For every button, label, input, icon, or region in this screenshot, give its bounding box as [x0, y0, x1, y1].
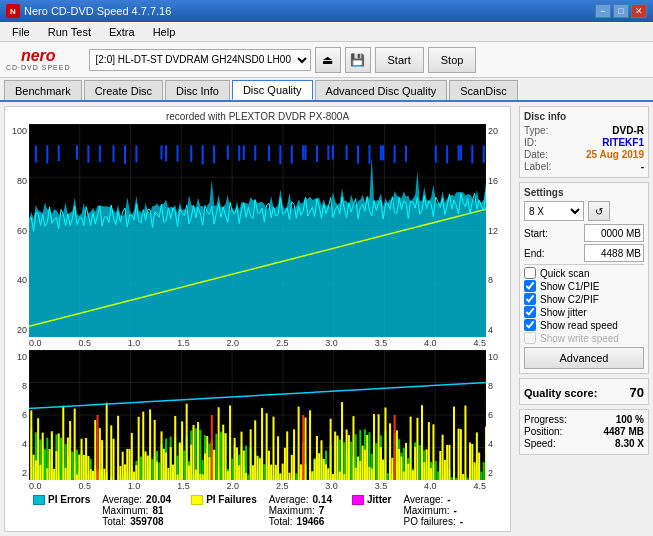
refresh-button[interactable]: ↺ — [588, 201, 610, 221]
show-write-speed-label: Show write speed — [540, 333, 619, 344]
tab-advanced-disc-quality[interactable]: Advanced Disc Quality — [315, 80, 448, 100]
app-icon: N — [6, 4, 20, 18]
right-panel: Disc info Type: DVD-R ID: RITEKF1 Date: … — [515, 102, 653, 536]
jitter-avg-value: - — [447, 494, 450, 505]
start-button[interactable]: Start — [375, 47, 424, 73]
show-jitter-label: Show jitter — [540, 307, 587, 318]
lower-chart-canvas — [29, 350, 486, 480]
maximize-button[interactable]: □ — [613, 4, 629, 18]
tab-disc-quality[interactable]: Disc Quality — [232, 80, 313, 100]
pi-failures-max-value: 7 — [319, 505, 325, 516]
disc-info-section: Disc info Type: DVD-R ID: RITEKF1 Date: … — [519, 106, 649, 178]
upper-chart-canvas — [29, 124, 486, 337]
pi-errors-stats: Average:20.04 Maximum:81 Total:359708 — [102, 494, 171, 527]
menu-extra[interactable]: Extra — [101, 24, 143, 40]
show-c1pie-checkbox[interactable] — [524, 280, 536, 292]
legend-jitter: Jitter — [352, 494, 391, 505]
legend-jitter-label: Jitter — [367, 494, 391, 505]
eject-button[interactable]: ⏏ — [315, 47, 341, 73]
speed-select[interactable]: 8 X 4 X 2 X Max — [524, 201, 584, 221]
start-input-row: Start: — [524, 224, 644, 242]
end-input-row: End: — [524, 244, 644, 262]
po-failures-label: PO failures: — [403, 516, 455, 527]
speed-row: 8 X 4 X 2 X Max ↺ — [524, 201, 644, 221]
jitter-stats: Average:- Maximum:- PO failures:- — [403, 494, 463, 527]
upper-chart-inner — [29, 124, 486, 337]
quality-score-row: Quality score: 70 — [524, 385, 644, 400]
lower-x-axis: 0.00.51.01.52.02.53.03.54.04.5 — [7, 480, 508, 491]
show-write-speed-checkbox — [524, 332, 536, 344]
show-c2pif-row[interactable]: Show C2/PIF — [524, 293, 644, 305]
pi-errors-total-value: 359708 — [130, 516, 163, 527]
disc-date-label: Date: — [524, 149, 548, 160]
show-read-speed-row[interactable]: Show read speed — [524, 319, 644, 331]
lower-chart-inner — [29, 350, 486, 480]
menu-help[interactable]: Help — [145, 24, 184, 40]
chart-title: recorded with PLEXTOR DVDR PX-800A — [7, 109, 508, 124]
jitter-color-box — [352, 495, 364, 505]
titlebar: N Nero CD-DVD Speed 4.7.7.16 − □ ✕ — [0, 0, 653, 22]
disc-type-value: DVD-R — [612, 125, 644, 136]
start-label: Start: — [524, 228, 548, 239]
pi-errors-color-box — [33, 495, 45, 505]
progress-section: Progress: 100 % Position: 4487 MB Speed:… — [519, 409, 649, 455]
app-title: Nero CD-DVD Speed 4.7.7.16 — [24, 5, 171, 17]
disc-date-value: 25 Aug 2019 — [586, 149, 644, 160]
disc-type-label: Type: — [524, 125, 548, 136]
quality-score-label: Quality score: — [524, 387, 597, 399]
quality-score-value: 70 — [630, 385, 644, 400]
show-c2pif-checkbox[interactable] — [524, 293, 536, 305]
progress-row: Progress: 100 % — [524, 414, 644, 425]
pi-errors-total-label: Total: — [102, 516, 126, 527]
upper-y-axis-left: 10080604020 — [7, 124, 29, 337]
legend-pi-failures-label: PI Failures — [206, 494, 257, 505]
tab-benchmark[interactable]: Benchmark — [4, 80, 82, 100]
upper-y-axis-right: 20161284 — [486, 124, 508, 337]
pi-failures-total-value: 19466 — [297, 516, 325, 527]
minimize-button[interactable]: − — [595, 4, 611, 18]
pi-failures-color-box — [191, 495, 203, 505]
tab-scandisc[interactable]: ScanDisc — [449, 80, 517, 100]
nero-logo: nero CD·DVD SPEED — [6, 48, 77, 71]
show-c1pie-label: Show C1/PIE — [540, 281, 599, 292]
quality-score-section: Quality score: 70 — [519, 378, 649, 405]
disc-date-row: Date: 25 Aug 2019 — [524, 149, 644, 160]
lower-y-axis-right: 108642 — [486, 350, 508, 480]
advanced-button[interactable]: Advanced — [524, 347, 644, 369]
progress-label: Progress: — [524, 414, 567, 425]
show-c2pif-label: Show C2/PIF — [540, 294, 599, 305]
toolbar: nero CD·DVD SPEED [2:0] HL-DT-ST DVDRAM … — [0, 42, 653, 78]
legend-pi-errors: PI Errors — [33, 494, 90, 505]
menubar: File Run Test Extra Help — [0, 22, 653, 42]
speed-row: Speed: 8.30 X — [524, 438, 644, 449]
disc-info-title: Disc info — [524, 111, 644, 122]
quick-scan-row[interactable]: Quick scan — [524, 267, 644, 279]
menu-file[interactable]: File — [4, 24, 38, 40]
show-jitter-checkbox[interactable] — [524, 306, 536, 318]
pi-failures-stats: Average:0.14 Maximum:7 Total:19466 — [269, 494, 332, 527]
divider1 — [524, 264, 644, 265]
show-c1pie-row[interactable]: Show C1/PIE — [524, 280, 644, 292]
end-input[interactable] — [584, 244, 644, 262]
pi-errors-avg-label: Average: — [102, 494, 142, 505]
show-read-speed-checkbox[interactable] — [524, 319, 536, 331]
tab-disc-info[interactable]: Disc Info — [165, 80, 230, 100]
close-button[interactable]: ✕ — [631, 4, 647, 18]
disc-id-label: ID: — [524, 137, 537, 148]
quick-scan-checkbox[interactable] — [524, 267, 536, 279]
chart-area: recorded with PLEXTOR DVDR PX-800A 10080… — [4, 106, 511, 532]
menu-runtest[interactable]: Run Test — [40, 24, 99, 40]
disc-type-row: Type: DVD-R — [524, 125, 644, 136]
save-button[interactable]: 💾 — [345, 47, 371, 73]
disc-label-value: - — [641, 161, 644, 172]
tabs: Benchmark Create Disc Disc Info Disc Qua… — [0, 78, 653, 102]
position-value: 4487 MB — [603, 426, 644, 437]
tab-create-disc[interactable]: Create Disc — [84, 80, 163, 100]
stop-button[interactable]: Stop — [428, 47, 477, 73]
start-input[interactable] — [584, 224, 644, 242]
drive-select[interactable]: [2:0] HL-DT-ST DVDRAM GH24NSD0 LH00 — [89, 49, 311, 71]
upper-x-axis: 0.00.51.01.52.02.53.03.54.04.5 — [7, 337, 508, 348]
settings-title: Settings — [524, 187, 644, 198]
jitter-max-value: - — [454, 505, 457, 516]
show-jitter-row[interactable]: Show jitter — [524, 306, 644, 318]
